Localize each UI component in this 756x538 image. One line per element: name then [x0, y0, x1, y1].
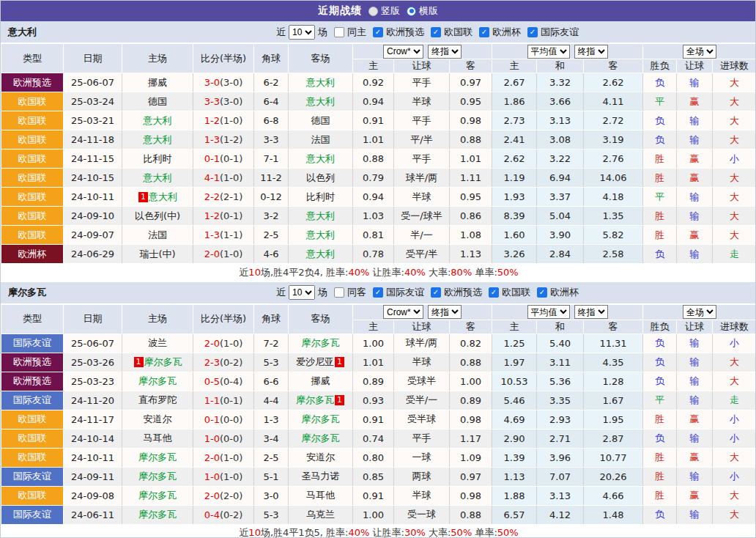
- filter-controls: 近10场同主✓欧洲预选✓欧国联✓欧洲杯✓国际友谊: [276, 21, 579, 43]
- odds-stage-select[interactable]: 终指: [428, 45, 462, 59]
- odds-company-select[interactable]: Crow*: [383, 305, 423, 319]
- competition-checkbox[interactable]: ✓: [537, 287, 547, 298]
- date-cell: 24-09-10: [64, 207, 122, 226]
- away-odds-cell: 1.13: [450, 245, 492, 264]
- team-name-text: 圣马力诺: [302, 471, 340, 482]
- fulltime-score: 1-2: [204, 210, 220, 221]
- fulltime-score: 2-3: [204, 357, 220, 368]
- date-cell: 25-03-23: [64, 372, 122, 391]
- result-cell: 胜: [643, 207, 677, 226]
- red-card-badge: 1: [134, 357, 144, 367]
- layout-radio-horizontal[interactable]: 横版: [407, 4, 438, 18]
- team-name-text: 挪威: [311, 375, 330, 386]
- team-name-text: 意大利: [306, 210, 335, 221]
- col-corner: 角球: [254, 44, 289, 73]
- avg-away-cell: 2.87: [584, 429, 643, 448]
- team-name-text: 意大利: [144, 172, 172, 183]
- odds-company-select[interactable]: Crow*: [383, 45, 423, 59]
- result-cell: 负: [643, 372, 677, 391]
- competition-checkbox[interactable]: ✓: [479, 27, 489, 37]
- results-table: 类型 日期 主场 比分(半场) 角球 客场 Crow* 终指 平均值: [1, 43, 756, 282]
- recent-count-select[interactable]: 10: [289, 285, 315, 300]
- competition-checkbox[interactable]: ✓: [527, 27, 538, 37]
- odds-stage-select[interactable]: 终指: [428, 305, 462, 319]
- moldova-section: 摩尔多瓦 近10场同客✓国际友谊✓欧洲预选✓欧国联✓欧洲杯 类型 日期 主场 比…: [1, 282, 755, 538]
- away-team-cell: 意大利: [289, 73, 353, 92]
- away-odds-cell: 0.97: [450, 467, 492, 486]
- check-icon: ✓: [433, 289, 439, 296]
- average-stage-select[interactable]: 终指: [574, 45, 608, 59]
- scope-select[interactable]: 全场: [683, 305, 716, 319]
- check-icon: ✓: [530, 29, 536, 36]
- competition-type-cell: 欧国联: [1, 448, 64, 467]
- score-cell: 1-2(1-0): [193, 111, 254, 130]
- goals-result-cell: 走: [713, 391, 756, 410]
- handicap-result-cell: 输: [677, 467, 713, 486]
- average-group-header: 平均值 终指: [492, 304, 643, 320]
- team-name-text: 摩尔多瓦: [138, 509, 177, 520]
- competition-checkbox[interactable]: ✓: [489, 287, 499, 298]
- handicap-result-cell: 输: [677, 73, 713, 92]
- competition-checkbox[interactable]: ✓: [431, 287, 441, 298]
- avg-away-cell: 4.11: [584, 92, 643, 111]
- competition-checkbox[interactable]: ✓: [373, 287, 383, 298]
- summary-row: 近10场,胜4平2负4, 胜率:40% 让胜率:40% 大率:80% 单率:50…: [1, 264, 756, 282]
- home-odds-cell: 0.91: [353, 111, 394, 130]
- avg-home-cell: 2.73: [492, 111, 537, 130]
- avg-draw-cell: 3.35: [537, 391, 584, 410]
- competition-type-cell: 欧洲预选: [1, 372, 64, 391]
- average-select[interactable]: 平均值: [527, 45, 570, 59]
- section-header: 摩尔多瓦 近10场同客✓国际友谊✓欧洲预选✓欧国联✓欧洲杯: [1, 282, 755, 304]
- summary-segment: 近: [239, 527, 248, 538]
- subcol-odds-away: 客: [450, 59, 492, 73]
- summary-segment: 40%: [404, 267, 426, 278]
- competition-type-cell: 欧国联: [1, 130, 64, 150]
- average-stage-select[interactable]: 终指: [574, 305, 608, 319]
- avg-away-cell: 4.18: [584, 188, 643, 207]
- halftime-score: (1-1): [220, 229, 242, 240]
- result-cell: 负: [643, 429, 677, 448]
- competition-type-cell: 国际友谊: [1, 467, 64, 486]
- date-cell: 24-11-20: [64, 391, 122, 410]
- same-venue-checkbox[interactable]: [334, 287, 344, 298]
- summary-segment: 50%: [497, 267, 519, 278]
- match-row: 欧国联24-10-15意大利4-1(1-0)11-2以色列0.79球半/两1.1…: [1, 169, 756, 188]
- same-venue-checkbox[interactable]: [334, 27, 344, 37]
- match-row: 欧国联24-11-15比利时0-1(0-1)7-1意大利0.88平手1.012.…: [1, 150, 756, 169]
- goals-result-cell: 小: [713, 410, 756, 429]
- date-cell: 24-09-11: [64, 467, 122, 486]
- goals-result-cell: 大: [713, 448, 756, 467]
- scope-select[interactable]: 全场: [683, 45, 716, 59]
- check-icon: ✓: [481, 29, 487, 36]
- handicap-result-cell: 赢: [677, 150, 713, 169]
- avg-draw-cell: 2.84: [537, 245, 584, 264]
- home-team-cell: 意大利: [122, 111, 193, 130]
- avg-away-cell: 2.76: [584, 150, 643, 169]
- goals-result-cell: 大: [713, 169, 756, 188]
- layout-radio-vertical[interactable]: 竖版: [368, 4, 400, 18]
- halftime-score: (0-2): [220, 509, 242, 520]
- competition-checkbox[interactable]: ✓: [431, 27, 441, 37]
- goals-result-cell: 大: [713, 130, 756, 150]
- average-select[interactable]: 平均值: [527, 305, 570, 319]
- col-score: 比分(半场): [193, 304, 254, 334]
- avg-away-cell: 2.62: [584, 73, 643, 92]
- match-row: 欧国联24-10-11摩尔多瓦2-0(1-0)2-5安道尔0.80一球1.091…: [1, 448, 756, 467]
- home-odds-cell: 0.89: [353, 372, 394, 391]
- goals-result-cell: 小: [713, 334, 756, 353]
- team-name-text: 挪威: [148, 77, 167, 88]
- avg-home-cell: 3.26: [492, 245, 537, 264]
- goals-result-cell: 大: [713, 188, 756, 207]
- avg-away-cell: 1.95: [584, 410, 643, 429]
- avg-draw-cell: 5.36: [537, 372, 584, 391]
- match-row: 国际友谊24-06-11摩尔多瓦0-4(0-2)5-3乌克兰1.00受一球0.8…: [1, 505, 756, 524]
- radio-selected-icon: [407, 7, 416, 16]
- handicap-result-cell: 赢: [677, 448, 713, 467]
- competition-checkbox[interactable]: ✓: [373, 27, 383, 37]
- team-name-text: 摩尔多瓦: [138, 490, 177, 501]
- competition-type-cell: 欧国联: [1, 429, 64, 448]
- subcol-handicap: 让球: [394, 59, 450, 73]
- home-odds-cell: 0.88: [353, 150, 394, 169]
- recent-count-select[interactable]: 10: [289, 25, 315, 40]
- fulltime-score: 2-0: [204, 452, 220, 463]
